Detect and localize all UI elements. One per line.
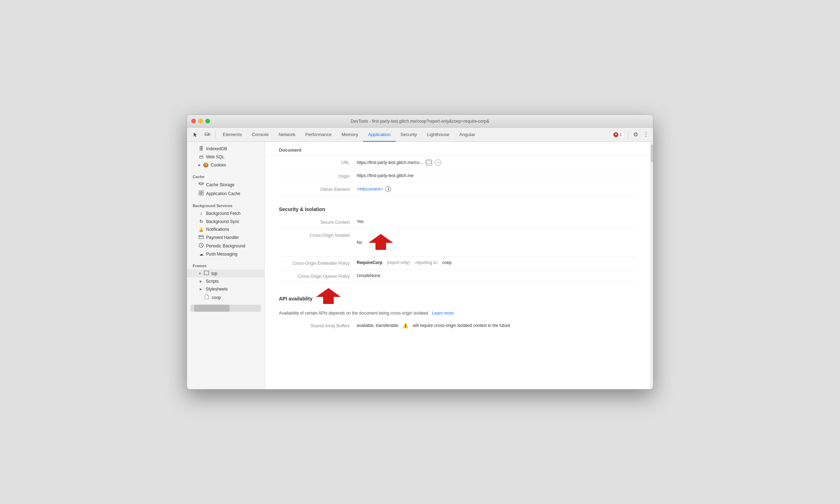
warning-icon: ⚠️: [402, 323, 408, 328]
tab-network[interactable]: Network: [274, 128, 301, 142]
sidebar-item-payment-handler[interactable]: Payment Handler: [187, 233, 264, 241]
devtools-window: DevTools - first-party-test.glitch.me/co…: [187, 115, 653, 389]
scripts-expand-icon: ▶: [200, 280, 202, 283]
api-desc-text: Availability of certain APIs depends on …: [279, 311, 429, 316]
scrollbar-track[interactable]: [650, 142, 653, 389]
secure-context-label: Secure Context: [279, 219, 357, 225]
top-frame-icon: [204, 271, 209, 276]
push-messaging-icon: ☁: [198, 252, 204, 257]
maximize-button[interactable]: [205, 119, 210, 123]
sidebar-label-top: top: [211, 271, 217, 276]
sidebar-item-top[interactable]: ▼ top: [187, 269, 264, 277]
coep-label: Cross-Origin Embedder Policy: [279, 260, 357, 266]
svg-point-3: [199, 182, 203, 184]
link-icon[interactable]: ↗: [435, 159, 441, 166]
periodic-bg-icon: [198, 243, 204, 249]
security-info-grid: Secure Context Yes Cross-Origin Isolated…: [265, 216, 650, 283]
sidebar-item-push-messaging[interactable]: ☁ Push Messaging: [187, 250, 264, 258]
sidebar-item-periodic-bg[interactable]: Periodic Background: [187, 241, 264, 250]
learn-more-link[interactable]: Learn more: [432, 311, 454, 316]
sidebar-item-application-cache[interactable]: Application Cache: [187, 189, 264, 198]
info-icon[interactable]: ℹ: [385, 186, 391, 192]
svg-marker-17: [368, 234, 393, 250]
secure-context-text: Yes: [357, 219, 364, 224]
more-options-icon[interactable]: ⋮: [642, 130, 650, 139]
tab-lighthouse[interactable]: Lighthouse: [422, 128, 455, 142]
coop-value-text: UnsafeNone: [357, 273, 380, 278]
cross-origin-isolated-value: No: [357, 232, 636, 253]
settings-icon[interactable]: ⚙: [632, 130, 640, 139]
shared-array-text: available, transferable: [357, 323, 398, 328]
sidebar-item-stylesheets[interactable]: ▶ Stylesheets: [187, 285, 264, 293]
origin-row: Origin https://first-party-test.glitch.m…: [279, 170, 636, 183]
document-info-grid: URL https://first-party-test.glitch.me/c…: [265, 156, 650, 199]
cookies-expand-icon: ▶: [198, 163, 201, 167]
bg-services-section-label: Background Services: [187, 201, 264, 209]
sidebar-label-cookies: Cookies: [211, 163, 226, 168]
minimize-button[interactable]: [198, 119, 203, 123]
sidebar-label-payment-handler: Payment Handler: [206, 235, 239, 240]
coop-file-icon: [204, 294, 210, 300]
devtools-body: 🗄 IndexedDB 🗃 Web SQL ▶ 🍪 Cookies Cache: [187, 142, 653, 389]
tab-security[interactable]: Security: [396, 128, 422, 142]
security-section-title: Security & Isolation: [265, 199, 650, 216]
shared-array-value: available, transferable ⚠️ will require …: [357, 323, 636, 328]
secure-context-value: Yes: [357, 219, 636, 224]
sidebar-item-cache-storage[interactable]: Cache Storage: [187, 180, 264, 189]
svg-rect-6: [199, 191, 201, 193]
sidebar: 🗄 IndexedDB 🗃 Web SQL ▶ 🍪 Cookies Cache: [187, 142, 265, 389]
coep-value: RequireCorp (report-only) reporting to: …: [357, 260, 636, 265]
cache-storage-icon: [198, 182, 204, 188]
error-icon: ✕: [613, 132, 618, 137]
svg-rect-7: [202, 191, 203, 193]
tab-application[interactable]: Application: [363, 128, 396, 142]
tab-list: Elements Console Network Performance Mem…: [218, 128, 610, 141]
svg-rect-10: [199, 236, 204, 239]
sidebar-item-scripts[interactable]: ▶ Scripts: [187, 277, 264, 285]
svg-line-14: [201, 245, 202, 246]
sidebar-item-websql[interactable]: 🗃 Web SQL: [187, 153, 264, 161]
sidebar-label-stylesheets: Stylesheets: [206, 287, 228, 292]
api-section-title: API availablity: [279, 296, 313, 301]
sidebar-item-coop[interactable]: coop: [187, 293, 264, 302]
sidebar-item-bg-sync[interactable]: ↻ Background Sync: [187, 217, 264, 225]
sidebar-label-indexeddb: IndexedDB: [206, 146, 227, 151]
tab-performance[interactable]: Performance: [301, 128, 337, 142]
payment-handler-icon: [198, 235, 204, 240]
sidebar-label-coop: coop: [212, 295, 221, 300]
coep-value-text: RequireCorp: [357, 260, 383, 265]
cross-origin-isolated-row: Cross-Origin Isolated No: [279, 229, 636, 257]
tab-elements[interactable]: Elements: [218, 128, 247, 142]
cookies-icon: 🍪: [203, 162, 209, 168]
bg-sync-icon: ↻: [198, 219, 204, 224]
close-button[interactable]: [191, 119, 196, 123]
shared-array-warning-text: will require cross-origin isolated conte…: [413, 323, 510, 328]
window-controls: [191, 119, 210, 123]
cursor-icon[interactable]: [190, 129, 201, 140]
error-badge[interactable]: ✕ 1: [611, 131, 624, 138]
secure-context-row: Secure Context Yes: [279, 216, 636, 229]
comment-icon[interactable]: [426, 159, 432, 166]
sidebar-item-notifications[interactable]: 🔔 Notifications: [187, 225, 264, 233]
devtools-toolbar: Elements Console Network Performance Mem…: [187, 128, 653, 142]
origin-text: https://first-party-test.glitch.me: [357, 173, 414, 178]
coop-label: Cross-Origin Opener Policy: [279, 273, 357, 279]
sidebar-label-application-cache: Application Cache: [206, 191, 240, 196]
url-row: URL https://first-party-test.glitch.me/c…: [279, 156, 636, 170]
sidebar-item-indexeddb[interactable]: 🗄 IndexedDB: [187, 145, 264, 153]
sidebar-item-cookies[interactable]: ▶ 🍪 Cookies: [187, 161, 264, 169]
svg-rect-8: [199, 193, 201, 195]
sidebar-item-bg-fetch[interactable]: ↕ Background Fetch: [187, 209, 264, 217]
api-section-desc: Availability of certain APIs depends on …: [265, 311, 650, 319]
cross-origin-isolated-text: No: [357, 240, 362, 245]
owner-element-link[interactable]: <#document>: [357, 187, 383, 192]
tab-console[interactable]: Console: [247, 128, 274, 142]
error-count: 1: [619, 132, 622, 137]
device-toolbar-icon[interactable]: [202, 129, 213, 140]
tab-angular[interactable]: Angular: [454, 128, 480, 142]
svg-rect-9: [202, 193, 203, 195]
shared-array-label: Shared Array Buffers: [279, 323, 357, 328]
sidebar-label-notifications: Notifications: [206, 227, 229, 232]
tab-memory[interactable]: Memory: [337, 128, 363, 142]
shared-array-row: Shared Array Buffers available, transfer…: [279, 319, 636, 332]
